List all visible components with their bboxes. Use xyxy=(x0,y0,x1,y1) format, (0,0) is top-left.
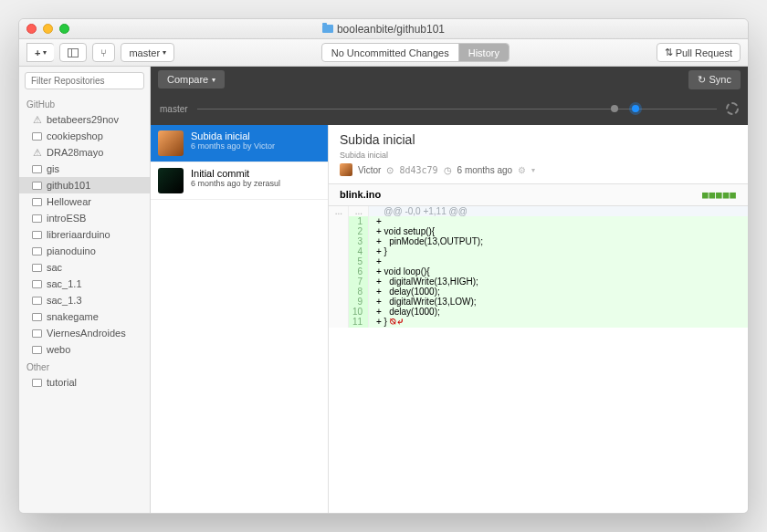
repo-label: gis xyxy=(47,163,59,174)
commit-list: Subida inicial6 months ago by VictorInit… xyxy=(151,125,329,513)
repo-label: libreriaarduino xyxy=(47,229,110,240)
branch-selector[interactable]: master▾ xyxy=(121,43,174,62)
commit-detail: Subida inicial Subida inicial Victor 8d4… xyxy=(329,125,748,513)
diff-line: 8+ delay(1000); xyxy=(329,287,748,297)
repo-label: pianoduino xyxy=(47,245,96,256)
sidebar-repo-item[interactable]: gis xyxy=(19,161,150,177)
window-title: booleanbite/github101 xyxy=(19,23,748,36)
sidebar-repo-item[interactable]: snakegame xyxy=(19,308,150,325)
detail-title: Subida inicial xyxy=(340,132,737,147)
filter-repos-input[interactable] xyxy=(25,72,144,89)
clock-icon xyxy=(444,165,452,175)
no-newline-icon: ⦰⤶ xyxy=(387,317,404,327)
timeline-commit-dot[interactable] xyxy=(611,105,618,112)
sidebar-repo-item[interactable]: webo xyxy=(19,341,150,358)
file-header[interactable]: blink.ino ■■■■■ xyxy=(329,184,748,206)
sync-icon xyxy=(698,74,706,86)
repo-label: sac_1.1 xyxy=(47,278,82,289)
folder-icon xyxy=(322,25,333,33)
diff-line: 6+ void loop(){ xyxy=(329,266,748,276)
app-window: booleanbite/github101 ▾ master▾ No Uncom… xyxy=(18,18,749,514)
commit-sha: 8d43c79 xyxy=(399,165,437,175)
repo-icon xyxy=(32,132,42,141)
commit-meta: 6 months ago by zerasul xyxy=(191,179,320,188)
timeline-head-icon xyxy=(726,102,739,115)
repo-label: github101 xyxy=(47,180,90,191)
diff-line: 7+ digitalWrite(13,HIGH); xyxy=(329,276,748,287)
diff-line: 3+ pinMode(13,OUTPUT); xyxy=(329,236,748,246)
timeline-branch-label: master xyxy=(160,104,188,114)
repo-label: webo xyxy=(47,344,70,355)
detail-subtitle: Subida inicial xyxy=(340,151,737,160)
commit-meta: 6 months ago by Victor xyxy=(191,141,320,151)
branch-button[interactable] xyxy=(92,43,115,62)
diff-line: 5+ xyxy=(329,256,748,266)
history-tab[interactable]: History xyxy=(459,44,509,61)
gutter: ... xyxy=(349,206,369,216)
pr-icon xyxy=(665,47,673,58)
file-name: blink.ino xyxy=(340,189,381,201)
chevron-down-icon: ▾ xyxy=(163,48,166,57)
repo-icon xyxy=(32,264,42,272)
author-avatar xyxy=(340,163,352,176)
sidebar-repo-item[interactable]: ViernesAndroides xyxy=(19,325,150,341)
gutter: ... xyxy=(329,206,349,216)
diff-line: 10+ delay(1000); xyxy=(329,307,748,317)
commit-icon xyxy=(386,165,394,175)
sidebar-repo-item[interactable]: ⚠betabeers29nov xyxy=(19,111,150,128)
sidebar-repo-item[interactable]: Hellowear xyxy=(19,193,150,210)
timeline-track xyxy=(197,109,717,110)
sidebar-repo-item[interactable]: ⚠DRA28mayo xyxy=(19,144,150,161)
repo-icon xyxy=(32,346,42,354)
commit-item[interactable]: Initial commit6 months ago by zerasul xyxy=(151,162,328,200)
compare-button[interactable]: Compare▾ xyxy=(158,70,225,89)
toolbar: ▾ master▾ No Uncommitted Changes History… xyxy=(19,39,748,67)
repo-icon xyxy=(32,165,42,173)
chevron-down-icon: ▾ xyxy=(212,76,215,84)
gear-icon[interactable] xyxy=(518,165,526,175)
sidebar-repo-item[interactable]: sac xyxy=(19,259,150,276)
author-name: Victor xyxy=(358,165,381,175)
commit-avatar xyxy=(158,168,184,193)
chevron-down-icon[interactable]: ▾ xyxy=(531,166,535,174)
sidebar-repo-item[interactable]: sac_1.1 xyxy=(19,276,150,292)
timeline-selected-dot[interactable] xyxy=(632,105,639,112)
plus-icon xyxy=(35,47,40,58)
repo-icon xyxy=(32,182,42,190)
repo-label: sac xyxy=(47,262,62,273)
repo-icon xyxy=(32,297,42,305)
pull-request-button[interactable]: Pull Request xyxy=(657,43,741,62)
sidebar-repo-item[interactable]: libreriaarduino xyxy=(19,226,150,243)
commit-item[interactable]: Subida inicial6 months ago by Victor xyxy=(151,125,328,162)
repo-label: sac_1.3 xyxy=(47,295,82,306)
sync-button[interactable]: Sync xyxy=(688,70,741,89)
repo-label: Hellowear xyxy=(47,196,91,207)
repo-icon xyxy=(32,214,42,223)
toggle-sidebar-button[interactable] xyxy=(59,43,87,62)
sidebar-repo-item[interactable]: cookiepshop xyxy=(19,128,150,144)
repo-icon xyxy=(32,247,42,256)
repo-icon xyxy=(32,313,42,321)
hunk-header: @@ -0,0 +1,11 @@ xyxy=(369,206,748,216)
sidebar-repo-item[interactable]: introESB xyxy=(19,210,150,226)
changes-tab[interactable]: No Uncommitted Changes xyxy=(322,44,459,61)
repo-icon xyxy=(32,280,42,288)
repo-label: betabeers29nov xyxy=(47,114,119,125)
sidebar-repo-item[interactable]: pianoduino xyxy=(19,243,150,259)
diff-stats: ■■■■■ xyxy=(702,189,737,201)
diff-line: 2+ void setup(){ xyxy=(329,226,748,236)
sidebar-repo-item[interactable]: sac_1.3 xyxy=(19,292,150,308)
repo-icon xyxy=(32,329,42,338)
sidebar-section-header: Other xyxy=(19,358,150,374)
diff-line: 9+ digitalWrite(13,LOW); xyxy=(329,297,748,307)
add-button[interactable]: ▾ xyxy=(26,43,54,62)
sidebar-repo-item[interactable]: github101 xyxy=(19,177,150,193)
diff-line: 1+ xyxy=(329,216,748,226)
warning-icon: ⚠ xyxy=(32,116,42,124)
repo-label: DRA28mayo xyxy=(47,147,103,158)
diff-line: 4+ } xyxy=(329,246,748,256)
sidebar-repo-item[interactable]: tutorial xyxy=(19,374,150,391)
repo-label: tutorial xyxy=(47,377,77,388)
history-timeline[interactable]: master xyxy=(151,92,748,125)
panel-icon xyxy=(68,48,79,57)
